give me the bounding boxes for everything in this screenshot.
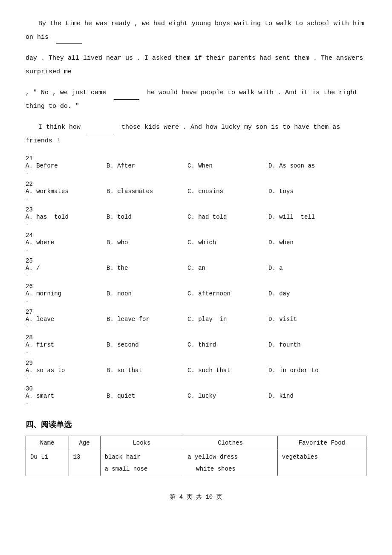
option-27-a: A. leave bbox=[26, 316, 107, 323]
question-row-24: 24 A. where B. who C. which D. when . bbox=[26, 232, 366, 254]
option-26-d: D. day bbox=[268, 290, 349, 297]
option-28-b: B. second bbox=[107, 341, 187, 348]
dot-29: . bbox=[26, 374, 366, 380]
options-row-22: A. workmates B. classmates C. cousins D.… bbox=[26, 188, 366, 195]
option-21-d: D. As soon as bbox=[268, 162, 349, 169]
dot-21: . bbox=[26, 170, 366, 176]
option-29-b: B. so that bbox=[107, 367, 187, 374]
question-row-22: 22 A. workmates B. classmates C. cousins… bbox=[26, 181, 366, 203]
dot-22: . bbox=[26, 195, 366, 201]
looks-line1: black hair bbox=[105, 454, 179, 460]
question-number-26: 26 bbox=[26, 283, 366, 290]
question-row-23: 23 A. has told B. told C. had told D. wi… bbox=[26, 206, 366, 228]
options-row-29: A. so as to B. so that C. such that D. i… bbox=[26, 367, 366, 374]
option-23-d: D. will tell bbox=[268, 214, 349, 220]
question-row-21: 21 A. Before B. After C. When D. As soon… bbox=[26, 155, 366, 177]
passage-line4-indent: I think how bbox=[38, 124, 81, 131]
reading-table: Name Age Looks Clothes Favorite Food Du … bbox=[26, 436, 366, 476]
table-cell-age: 13 bbox=[69, 450, 100, 476]
table-row: Du Li 13 black hair a small nose a yello… bbox=[26, 450, 366, 476]
question-number-25: 25 bbox=[26, 257, 366, 264]
table-header-looks: Looks bbox=[100, 436, 183, 450]
blank3 bbox=[88, 128, 114, 134]
page-footer: 第 4 页 共 10 页 bbox=[26, 493, 366, 501]
option-23-b: B. told bbox=[107, 214, 187, 220]
looks-line2: a small nose bbox=[105, 465, 179, 472]
section-title-reading: 四、阅读单选 bbox=[26, 419, 366, 430]
table-cell-food: vegetables bbox=[277, 450, 366, 476]
question-number-28: 28 bbox=[26, 334, 366, 341]
blank1 bbox=[56, 38, 82, 44]
question-row-28: 28 A. first B. second C. third D. fourth… bbox=[26, 334, 366, 356]
question-row-25: 25 A. / B. the C. an D. a . bbox=[26, 257, 366, 280]
option-26-a: A. morning bbox=[26, 290, 107, 297]
option-24-a: A. where bbox=[26, 239, 107, 246]
option-27-d: D. visit bbox=[268, 316, 349, 323]
dot-30: . bbox=[26, 400, 366, 406]
passage-line3: , " No , we just came bbox=[26, 89, 106, 96]
dot-24: . bbox=[26, 246, 366, 252]
question-number-30: 30 bbox=[26, 385, 366, 392]
option-30-a: A. smart bbox=[26, 393, 107, 399]
option-21-c: C. When bbox=[187, 162, 268, 169]
option-23-a: A. has told bbox=[26, 214, 107, 220]
table-header-age: Age bbox=[69, 436, 100, 450]
questions-section: 21 A. Before B. After C. When D. As soon… bbox=[26, 155, 366, 408]
question-number-24: 24 bbox=[26, 232, 366, 239]
option-21-b: B. After bbox=[107, 162, 187, 169]
clothes-line1: a yellow dress bbox=[187, 454, 273, 460]
options-row-24: A. where B. who C. which D. when bbox=[26, 239, 366, 246]
options-row-26: A. morning B. noon C. afternoon D. day bbox=[26, 290, 366, 297]
option-30-c: C. lucky bbox=[187, 393, 268, 399]
option-29-d: D. in order to bbox=[268, 367, 349, 374]
option-22-c: C. cousins bbox=[187, 188, 268, 195]
question-number-23: 23 bbox=[26, 206, 366, 213]
dot-28: . bbox=[26, 349, 366, 355]
dot-23: . bbox=[26, 221, 366, 227]
options-row-25: A. / B. the C. an D. a bbox=[26, 265, 366, 272]
option-22-d: D. toys bbox=[268, 188, 349, 195]
options-row-28: A. first B. second C. third D. fourth bbox=[26, 341, 366, 348]
question-row-26: 26 A. morning B. noon C. afternoon D. da… bbox=[26, 283, 366, 305]
options-row-21: A. Before B. After C. When D. As soon as bbox=[26, 162, 366, 169]
dot-25: . bbox=[26, 272, 366, 278]
passage-line2: day . They all lived near us . I asked t… bbox=[26, 55, 363, 75]
table-cell-looks: black hair a small nose bbox=[100, 450, 183, 476]
passage: By the time he was ready , we had eight … bbox=[26, 17, 366, 147]
option-28-d: D. fourth bbox=[268, 341, 349, 348]
question-number-27: 27 bbox=[26, 309, 366, 315]
question-number-29: 29 bbox=[26, 360, 366, 367]
table-header-food: Favorite Food bbox=[277, 436, 366, 450]
options-row-30: A. smart B. quiet C. lucky D. kind bbox=[26, 393, 366, 399]
option-27-c: C. play in bbox=[187, 316, 268, 323]
option-22-a: A. workmates bbox=[26, 188, 107, 195]
question-row-27: 27 A. leave B. leave for C. play in D. v… bbox=[26, 309, 366, 331]
option-29-c: C. such that bbox=[187, 367, 268, 374]
option-25-d: D. a bbox=[268, 265, 349, 272]
options-row-23: A. has told B. told C. had told D. will … bbox=[26, 214, 366, 220]
options-row-27: A. leave B. leave for C. play in D. visi… bbox=[26, 316, 366, 323]
option-26-c: C. afternoon bbox=[187, 290, 268, 297]
dot-26: . bbox=[26, 298, 366, 304]
option-28-a: A. first bbox=[26, 341, 107, 348]
dot-27: . bbox=[26, 323, 366, 329]
option-21-a: A. Before bbox=[26, 162, 107, 169]
option-25-c: C. an bbox=[187, 265, 268, 272]
option-25-b: B. the bbox=[107, 265, 187, 272]
table-cell-name: Du Li bbox=[26, 450, 69, 476]
option-24-d: D. when bbox=[268, 239, 349, 246]
option-30-d: D. kind bbox=[268, 393, 349, 399]
option-23-c: C. had told bbox=[187, 214, 268, 220]
clothes-line2: white shoes bbox=[187, 465, 273, 472]
option-24-b: B. who bbox=[107, 239, 187, 246]
option-25-a: A. / bbox=[26, 265, 107, 272]
option-27-b: B. leave for bbox=[107, 316, 187, 323]
table-cell-clothes: a yellow dress white shoes bbox=[183, 450, 278, 476]
question-row-29: 29 A. so as to B. so that C. such that D… bbox=[26, 360, 366, 382]
option-22-b: B. classmates bbox=[107, 188, 187, 195]
blank2 bbox=[114, 93, 139, 100]
option-26-b: B. noon bbox=[107, 290, 187, 297]
table-header-name: Name bbox=[26, 436, 69, 450]
option-24-c: C. which bbox=[187, 239, 268, 246]
table-header-clothes: Clothes bbox=[183, 436, 278, 450]
